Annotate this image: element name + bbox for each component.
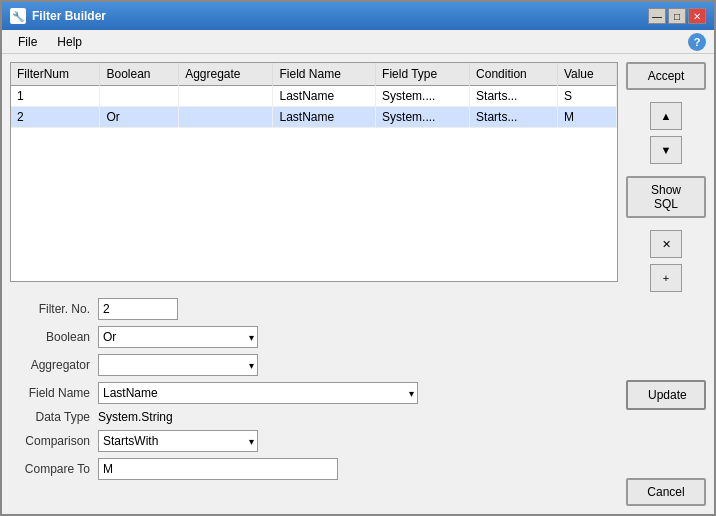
main-content: FilterNum Boolean Aggregate Field Name F… — [2, 54, 714, 514]
delete-button[interactable]: ✕ — [650, 230, 682, 258]
table-row[interactable]: 2OrLastNameSystem....Starts...M — [11, 107, 617, 128]
compareto-row: Compare To — [10, 458, 618, 480]
form-section: Filter. No. Boolean OrAnd Aggregator — [10, 290, 618, 488]
maximize-button[interactable]: □ — [668, 8, 686, 24]
title-bar: 🔧 Filter Builder — □ ✕ — [2, 2, 714, 30]
col-boolean: Boolean — [100, 63, 179, 86]
filter-table-inner: FilterNum Boolean Aggregate Field Name F… — [11, 63, 617, 128]
nav-buttons: ▲ ▼ — [650, 102, 682, 164]
main-window: 🔧 Filter Builder — □ ✕ File Help ? Filte… — [0, 0, 716, 516]
accept-button[interactable]: Accept — [626, 62, 706, 90]
datatype-label: Data Type — [10, 410, 90, 424]
col-value: Value — [557, 63, 616, 86]
move-down-button[interactable]: ▼ — [650, 136, 682, 164]
comparison-select-wrapper: StartsWithEndsWithContainsEquals — [98, 430, 258, 452]
comparison-select[interactable]: StartsWithEndsWithContainsEquals — [98, 430, 258, 452]
comparison-row: Comparison StartsWithEndsWithContainsEqu… — [10, 430, 618, 452]
boolean-row: Boolean OrAnd — [10, 326, 618, 348]
fieldname-select-wrapper: LastNameFirstNameEmail — [98, 382, 418, 404]
title-buttons: — □ ✕ — [648, 8, 706, 24]
aggregator-row: Aggregator — [10, 354, 618, 376]
col-condition: Condition — [470, 63, 558, 86]
datatype-row: Data Type System.String — [10, 410, 618, 424]
menu-file[interactable]: File — [10, 33, 45, 51]
table-row[interactable]: 1LastNameSystem....Starts...S — [11, 86, 617, 107]
menu-items: File Help — [10, 33, 90, 51]
compareto-input[interactable] — [98, 458, 338, 480]
compareto-label: Compare To — [10, 462, 90, 476]
side-panel: Accept ▲ ▼ Show SQL ✕ + Update Cancel — [626, 62, 706, 506]
filter-no-label: Filter. No. — [10, 302, 90, 316]
boolean-label: Boolean — [10, 330, 90, 344]
arrow-button-group: Accept — [626, 62, 706, 90]
move-up-button[interactable]: ▲ — [650, 102, 682, 130]
col-filternum: FilterNum — [11, 63, 100, 86]
update-cancel-group: Update Cancel — [626, 380, 706, 506]
fieldname-select[interactable]: LastNameFirstNameEmail — [98, 382, 418, 404]
filter-table: FilterNum Boolean Aggregate Field Name F… — [10, 62, 618, 282]
close-button[interactable]: ✕ — [688, 8, 706, 24]
window-icon: 🔧 — [10, 8, 26, 24]
filter-no-input[interactable] — [98, 298, 178, 320]
add-button[interactable]: + — [650, 264, 682, 292]
show-sql-button[interactable]: Show SQL — [626, 176, 706, 218]
col-fieldname: Field Name — [273, 63, 376, 86]
boolean-select[interactable]: OrAnd — [98, 326, 258, 348]
menu-help[interactable]: Help — [49, 33, 90, 51]
menu-bar: File Help ? — [2, 30, 714, 54]
left-panel: FilterNum Boolean Aggregate Field Name F… — [10, 62, 618, 506]
aggregator-label: Aggregator — [10, 358, 90, 372]
update-button[interactable]: Update — [626, 380, 706, 410]
filter-no-row: Filter. No. — [10, 298, 618, 320]
col-fieldtype: Field Type — [376, 63, 470, 86]
datatype-value: System.String — [98, 410, 173, 424]
aggregator-select[interactable] — [98, 354, 258, 376]
title-bar-left: 🔧 Filter Builder — [10, 8, 106, 24]
aggregator-select-wrapper — [98, 354, 258, 376]
comparison-label: Comparison — [10, 434, 90, 448]
col-aggregate: Aggregate — [179, 63, 273, 86]
fieldname-row: Field Name LastNameFirstNameEmail — [10, 382, 618, 404]
window-title: Filter Builder — [32, 9, 106, 23]
minimize-button[interactable]: — — [648, 8, 666, 24]
cancel-button[interactable]: Cancel — [626, 478, 706, 506]
help-icon[interactable]: ? — [688, 33, 706, 51]
fieldname-label: Field Name — [10, 386, 90, 400]
boolean-select-wrapper: OrAnd — [98, 326, 258, 348]
show-sql-spacer: Show SQL — [626, 176, 706, 218]
delete-add-group: ✕ + — [650, 230, 682, 292]
